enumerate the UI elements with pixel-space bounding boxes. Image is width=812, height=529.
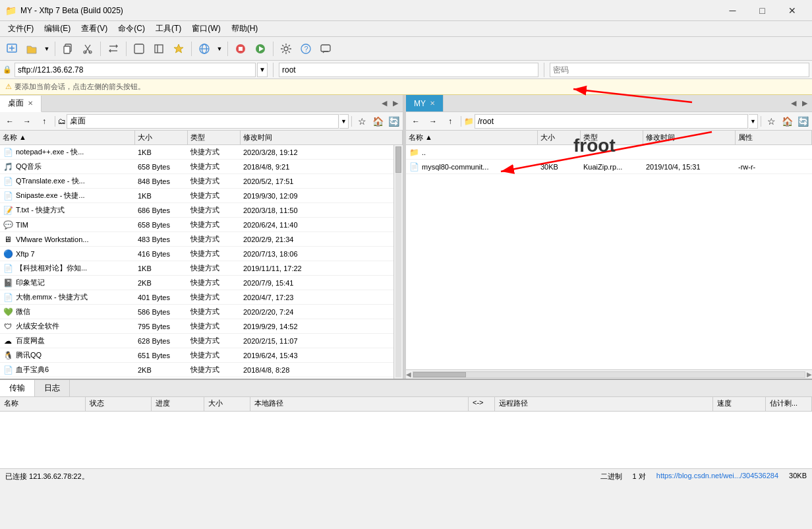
- left-path-input[interactable]: [67, 114, 339, 129]
- tab-log[interactable]: 日志: [35, 380, 70, 396]
- close-button[interactable]: ✕: [777, 3, 807, 18]
- svg-rect-2: [64, 46, 70, 53]
- my-tab-close[interactable]: ✕: [430, 100, 435, 107]
- left-file-row[interactable]: 💬 TIM 658 Bytes 快捷方式 2020/6/24, 11:40: [0, 218, 393, 232]
- tb-resume[interactable]: [251, 40, 270, 58]
- menu-window[interactable]: 窗口(W): [187, 22, 225, 36]
- file-icon: 🖥: [3, 234, 13, 245]
- tb-stop[interactable]: [231, 40, 250, 58]
- left-file-row[interactable]: 📝 T.txt - 快捷方式 686 Bytes 快捷方式 2020/3/18,…: [0, 203, 393, 218]
- left-panel-tab-desktop[interactable]: 桌面 ✕: [0, 96, 42, 112]
- tb-dropdown-arrow[interactable]: ▼: [42, 40, 51, 58]
- left-back-btn[interactable]: ←: [2, 114, 18, 129]
- right-col-type[interactable]: 类型: [581, 131, 643, 144]
- left-file-row[interactable]: 🎵 QQ音乐 658 Bytes 快捷方式 2018/4/8, 9:21: [0, 160, 393, 174]
- right-back-btn[interactable]: ←: [408, 114, 424, 129]
- left-file-row[interactable]: 📄 大物.emmx - 快捷方式 401 Bytes 快捷方式 2020/4/7…: [0, 290, 393, 305]
- tb-copy[interactable]: [59, 40, 77, 58]
- right-up-btn[interactable]: ↑: [442, 114, 458, 129]
- right-scroll-left[interactable]: ◀: [788, 97, 799, 110]
- menu-file[interactable]: 文件(F): [3, 22, 39, 36]
- left-file-row[interactable]: 🔵 Xftp 7 416 Bytes 快捷方式 2020/7/13, 18:06: [0, 247, 393, 261]
- right-path-dropdown[interactable]: ▼: [749, 114, 758, 129]
- left-col-size[interactable]: 大小: [135, 131, 188, 144]
- right-refresh-btn[interactable]: 🔄: [796, 114, 810, 129]
- tb-cut[interactable]: [78, 40, 97, 58]
- right-file-row[interactable]: 📄 mysql80-communit... 30KB KuaiZip.rp...…: [406, 160, 812, 174]
- right-h-scrollbar[interactable]: ◀ ▶: [406, 369, 812, 379]
- left-file-row[interactable]: 📄 【科技相对论】你知... 1KB 快捷方式 2019/11/11, 17:2…: [0, 261, 393, 276]
- file-type: 快捷方式: [188, 249, 241, 259]
- left-file-row[interactable]: 🛡 火绒安全软件 795 Bytes 快捷方式 2019/9/29, 14:52: [0, 319, 393, 334]
- right-panel-tab-my[interactable]: MY ✕: [406, 95, 444, 111]
- tb-help[interactable]: ?: [297, 40, 315, 58]
- right-col-date[interactable]: 修改时间: [643, 131, 736, 144]
- tab-transfer[interactable]: 传输: [0, 380, 35, 396]
- right-col-name[interactable]: 名称 ▲: [406, 131, 538, 144]
- file-date: 2020/5/2, 17:51: [241, 177, 393, 185]
- tb-dropdown-globe[interactable]: ▼: [215, 40, 224, 58]
- right-file-row[interactable]: 📁 ..: [406, 145, 812, 160]
- left-scroll-left[interactable]: ◀: [379, 97, 390, 110]
- right-col-size[interactable]: 大小: [538, 131, 581, 144]
- menu-view[interactable]: 查看(V): [76, 22, 113, 36]
- left-file-row[interactable]: 🐧 腾讯QQ 651 Bytes 快捷方式 2019/6/24, 15:43: [0, 348, 393, 363]
- left-file-row[interactable]: ☁ 百度网盘 628 Bytes 快捷方式 2020/2/15, 11:07: [0, 334, 393, 348]
- left-forward-btn[interactable]: →: [19, 114, 35, 129]
- maximize-button[interactable]: □: [747, 3, 777, 18]
- tb-new-session[interactable]: [3, 40, 21, 58]
- right-col-attr[interactable]: 属性: [736, 131, 812, 144]
- right-path-input[interactable]: [475, 114, 748, 129]
- username-input[interactable]: [279, 63, 538, 77]
- file-date: 2020/3/28, 19:12: [241, 148, 393, 156]
- password-input[interactable]: [550, 63, 809, 77]
- right-forward-btn[interactable]: →: [425, 114, 441, 129]
- tb-chat[interactable]: [316, 40, 335, 58]
- menu-command[interactable]: 命令(C): [113, 22, 150, 36]
- address-input[interactable]: [14, 63, 256, 77]
- minimize-button[interactable]: ─: [718, 3, 747, 18]
- left-col-type[interactable]: 类型: [188, 131, 241, 144]
- left-refresh-btn[interactable]: 🔄: [386, 114, 401, 129]
- left-home-btn[interactable]: 🏠: [370, 114, 385, 129]
- left-file-row[interactable]: 🖥 VMware Workstation... 483 Bytes 快捷方式 2…: [0, 232, 393, 247]
- tb-settings[interactable]: [277, 40, 295, 58]
- menu-bar: 文件(F) 编辑(E) 查看(V) 命令(C) 工具(T) 窗口(W) 帮助(H…: [0, 21, 812, 37]
- left-up-btn[interactable]: ↑: [36, 114, 52, 129]
- left-file-list[interactable]: 📄 notepad++.exe - 快... 1KB 快捷方式 2020/3/2…: [0, 145, 393, 379]
- file-name: 微信: [16, 307, 30, 317]
- left-panel-tabbar: 桌面 ✕ ◀ ▶: [0, 95, 403, 112]
- left-file-row[interactable]: 📄 notepad++.exe - 快... 1KB 快捷方式 2020/3/2…: [0, 145, 393, 160]
- tb-open-folder[interactable]: [22, 40, 41, 58]
- address-dropdown[interactable]: ▼: [257, 63, 268, 77]
- menu-help[interactable]: 帮助(H): [226, 22, 264, 36]
- desktop-tab-close[interactable]: ✕: [28, 100, 33, 107]
- left-file-row[interactable]: 📄 QTranslate.exe - 快... 848 Bytes 快捷方式 2…: [0, 174, 393, 189]
- file-type: 快捷方式: [188, 307, 241, 317]
- toolbar-separator-1: [55, 42, 55, 56]
- left-col-name[interactable]: 名称 ▲: [0, 131, 135, 144]
- left-col-date[interactable]: 修改时间: [241, 131, 403, 144]
- menu-edit[interactable]: 编辑(E): [39, 22, 76, 36]
- left-file-row[interactable]: 📄 Snipaste.exe - 快捷... 1KB 快捷方式 2019/9/3…: [0, 189, 393, 203]
- left-file-row[interactable]: 💚 微信 586 Bytes 快捷方式 2020/2/20, 7:24: [0, 305, 393, 319]
- left-scrollbar[interactable]: [393, 145, 403, 379]
- right-bookmark-btn[interactable]: ☆: [764, 114, 778, 129]
- tb-sync[interactable]: [104, 40, 123, 58]
- menu-tools[interactable]: 工具(T): [150, 22, 187, 36]
- svg-rect-14: [239, 47, 243, 51]
- tb-placeholder2[interactable]: [150, 40, 168, 58]
- tb-globe[interactable]: [195, 40, 214, 58]
- toolbar-separator-3: [126, 42, 127, 56]
- left-file-row[interactable]: 📄 血手宝典6 2KB 快捷方式 2018/4/8, 8:28: [0, 363, 393, 377]
- right-panel: MY ✕ ◀ ▶ ← → ↑ 📁 ▼: [406, 95, 812, 379]
- right-scroll-right[interactable]: ▶: [799, 97, 810, 110]
- left-bookmark-btn[interactable]: ☆: [355, 114, 369, 129]
- right-home-btn[interactable]: 🏠: [780, 114, 794, 129]
- right-file-list[interactable]: 📁 .. 📄 mysql80-communit... 30KB KuaiZip.…: [406, 145, 812, 369]
- tb-placeholder3[interactable]: [169, 40, 188, 58]
- left-path-dropdown[interactable]: ▼: [339, 114, 349, 129]
- left-scroll-right[interactable]: ▶: [390, 97, 401, 110]
- tb-placeholder1[interactable]: [130, 40, 148, 58]
- left-file-row[interactable]: 📓 印象笔记 2KB 快捷方式 2020/7/9, 15:41: [0, 276, 393, 290]
